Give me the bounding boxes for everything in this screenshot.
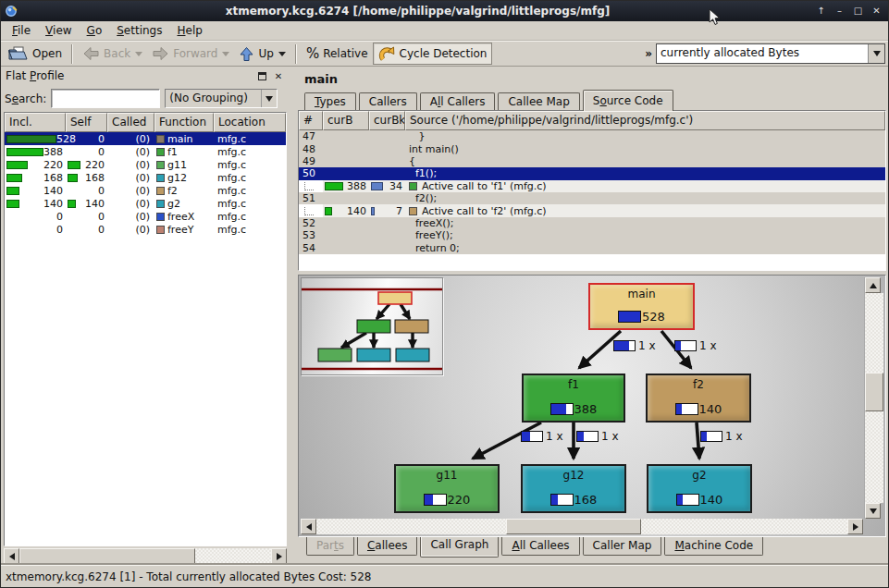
tab-source-code[interactable]: Source Code	[583, 90, 673, 111]
scroll-track[interactable]	[865, 293, 883, 503]
float-panel-icon[interactable]	[255, 70, 268, 81]
column-header-source[interactable]: Source ('/home/philippe/valgrind/littlep…	[405, 111, 885, 130]
cost-bar	[550, 494, 574, 506]
scroll-track[interactable]	[19, 548, 271, 564]
menu-go[interactable]: Go	[80, 22, 110, 39]
graph-node-g12[interactable]: g12 168	[521, 464, 626, 513]
tab-caller-map[interactable]: Caller Map	[583, 537, 662, 556]
tab-all-callees[interactable]: All Callees	[501, 537, 579, 556]
edge-label-f2-g2: 1 x	[700, 430, 743, 443]
edge-f2-g2[interactable]	[697, 423, 699, 459]
shade-button[interactable]: ↑	[813, 5, 829, 18]
column-header-function[interactable]: Function	[154, 113, 214, 132]
column-header-location[interactable]: Location	[214, 113, 286, 132]
scroll-right-button[interactable]	[271, 548, 287, 564]
column-header-curbk[interactable]: curBk	[369, 111, 405, 130]
tab-parts[interactable]: Parts	[306, 537, 354, 556]
source-line[interactable]: 49 {	[299, 155, 885, 167]
forward-arrow-icon	[152, 46, 169, 61]
function-color-swatch	[156, 161, 165, 169]
grouping-combobox[interactable]: (No Grouping)	[165, 89, 278, 108]
maximize-button[interactable]: □	[850, 5, 866, 18]
tab-callers[interactable]: Callers	[359, 92, 417, 110]
column-header-called[interactable]: Called	[107, 113, 154, 132]
source-line[interactable]: 52 freeX();	[299, 217, 885, 229]
chevron-down-icon	[873, 51, 881, 56]
scroll-up-button[interactable]	[865, 277, 881, 293]
tab-all-callers[interactable]: All Callers	[420, 92, 496, 110]
up-button[interactable]: Up	[234, 43, 290, 65]
panel-splitter[interactable]	[290, 67, 296, 565]
up-dropdown-icon	[278, 52, 286, 56]
event-type-combobox[interactable]: currently allocated Bytes	[656, 43, 885, 64]
graph-overview-minimap[interactable]	[301, 277, 443, 375]
close-panel-icon[interactable]: ✕	[272, 70, 285, 81]
column-header-line[interactable]: #	[299, 111, 323, 130]
source-line[interactable]: 51 f2();	[299, 192, 885, 204]
forward-button[interactable]: Forward	[147, 43, 234, 65]
close-button[interactable]: ✕	[869, 5, 884, 18]
table-row-freeX[interactable]: 0 0 (0) freeX mfg.c	[5, 210, 286, 223]
tab-call-graph[interactable]: Call Graph	[420, 536, 499, 557]
toolbar: Open Back Forward Up % Relativ	[1, 41, 888, 67]
scroll-left-button[interactable]	[4, 548, 19, 564]
cost-bar	[6, 161, 28, 169]
source-line[interactable]: 48 int main()	[299, 142, 885, 154]
source-line[interactable]: 54 return 0;	[299, 242, 885, 254]
table-row-f2[interactable]: 140 0 (0) f2 mfg.c	[5, 184, 286, 197]
graph-hscrollbar[interactable]	[301, 519, 863, 534]
menu-settings[interactable]: Settings	[109, 22, 169, 39]
graph-node-f1[interactable]: f1 388	[522, 374, 625, 423]
graph-node-g2[interactable]: g2 140	[647, 464, 752, 513]
app-icon	[5, 4, 19, 18]
tab-types[interactable]: Types	[304, 92, 356, 110]
menu-file[interactable]: File	[5, 22, 38, 39]
grouping-dropdown-button[interactable]	[261, 90, 277, 107]
tab-callees[interactable]: Callees	[357, 537, 417, 556]
scroll-thumb[interactable]	[506, 519, 641, 534]
table-row-g11[interactable]: 220 220 (0) g11 mfg.c	[5, 158, 286, 171]
graph-node-f2[interactable]: f2 140	[646, 374, 751, 423]
tab-callee-map[interactable]: Callee Map	[498, 92, 579, 110]
graph-node-g11[interactable]: g11 220	[394, 464, 500, 513]
cost-bar	[68, 161, 80, 169]
source-line[interactable]: 53 freeY();	[299, 229, 885, 241]
column-header-curb[interactable]: curB	[323, 111, 369, 130]
minimize-button[interactable]: –	[832, 5, 847, 18]
menu-help[interactable]: Help	[169, 22, 209, 39]
scroll-track[interactable]	[316, 519, 847, 534]
source-line[interactable]: 47 }	[299, 130, 885, 142]
active-call-line-f1[interactable]: 388 34 Active call to 'f1' (mfg.c)	[299, 180, 885, 192]
up-label: Up	[258, 47, 273, 60]
back-dropdown-icon	[135, 52, 142, 56]
source-line-selected[interactable]: 50 f1();	[299, 167, 885, 179]
graph-vscrollbar[interactable]	[864, 277, 883, 519]
cycle-detection-toggle[interactable]: Cycle Detection	[373, 43, 493, 65]
cost-bar	[371, 182, 383, 190]
column-header-incl[interactable]: Incl.	[5, 113, 66, 132]
open-button[interactable]: Open	[4, 43, 67, 65]
table-row-f1[interactable]: 388 0 (0) f1 mfg.c	[5, 145, 286, 158]
menu-view[interactable]: View	[38, 22, 79, 39]
scroll-right-button[interactable]	[847, 519, 863, 534]
relative-toggle[interactable]: % Relative	[302, 43, 373, 65]
event-type-dropdown-button[interactable]	[868, 44, 884, 63]
table-row-g12[interactable]: 168 168 (0) g12 mfg.c	[5, 171, 286, 184]
scroll-down-button[interactable]	[865, 503, 881, 519]
table-row-g2[interactable]: 140 140 (0) g2 mfg.c	[5, 197, 286, 210]
tab-machine-code[interactable]: Machine Code	[664, 537, 763, 556]
call-graph-view[interactable]: main 528 f1 388 f2 140 g11 220 g12 168	[298, 275, 886, 537]
graph-node-main[interactable]: main 528	[588, 283, 695, 330]
minimap-node-f2	[395, 320, 428, 333]
scroll-thumb[interactable]	[19, 548, 195, 564]
search-input[interactable]	[51, 89, 160, 108]
active-call-line-f2[interactable]: 140 7 Active call to 'f2' (mfg.c)	[299, 204, 885, 216]
scroll-thumb[interactable]	[865, 373, 883, 411]
flat-profile-hscrollbar[interactable]	[4, 548, 287, 564]
column-header-self[interactable]: Self	[66, 113, 107, 132]
table-row-freeY[interactable]: 0 0 (0) freeY mfg.c	[5, 223, 286, 236]
toolbar-overflow-chevron[interactable]: »	[641, 47, 656, 60]
table-row-main[interactable]: 528 0 (0) main mfg.c	[5, 132, 286, 145]
back-button[interactable]: Back	[78, 43, 147, 65]
scroll-left-button[interactable]	[301, 519, 316, 534]
